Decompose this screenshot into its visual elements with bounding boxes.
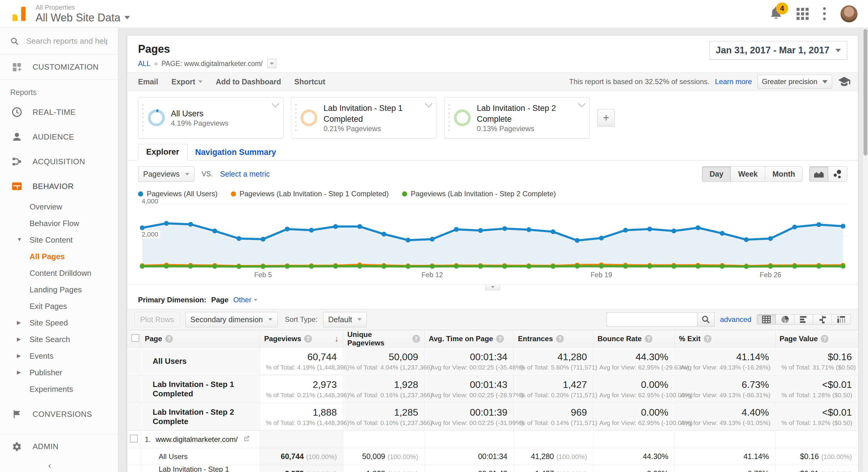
sidebar-item-behavior-flow[interactable]: Behavior Flow [0, 215, 118, 232]
column-header-content[interactable]: Pageviews?↓ [264, 334, 339, 344]
column-header-content[interactable]: Page Value? [780, 335, 854, 343]
sidebar-item-customization[interactable]: CUSTOMIZATION [0, 55, 118, 80]
sidebar-item-landing-pages[interactable]: Landing Pages [0, 282, 118, 298]
table-view-button[interactable] [757, 315, 776, 324]
breadcrumb-all-link[interactable]: ALL [138, 60, 150, 68]
sort-descending-icon[interactable]: ↓ [335, 334, 339, 344]
date-range-selector[interactable]: Jan 31, 2017 - Mar 1, 2017 [710, 41, 847, 60]
search-input[interactable] [26, 36, 107, 46]
sidebar-item-publisher[interactable]: ▶Publisher [0, 365, 118, 381]
sidebar-item-conversions[interactable]: CONVERSIONS [0, 402, 118, 427]
sidebar-search[interactable] [0, 28, 118, 55]
sidebar-item-events[interactable]: ▶Events [0, 348, 118, 365]
help-icon[interactable]: ? [496, 335, 504, 343]
precision-selector[interactable]: Greater precision [757, 75, 832, 89]
segment-card-1[interactable]: Lab Invitation - Step 1 Completed0.21% P… [291, 97, 436, 139]
sidebar-item-exit-pages[interactable]: Exit Pages [0, 298, 118, 315]
line-chart-button[interactable] [809, 167, 828, 182]
google-analytics-logo-icon[interactable] [10, 5, 28, 23]
plot-rows-button[interactable]: Plot Rows [134, 312, 180, 327]
table-search-input[interactable] [607, 312, 697, 327]
granularity-week-button[interactable]: Week [731, 167, 765, 182]
add-segment-button[interactable]: + [597, 109, 615, 127]
more-menu-icon[interactable] [823, 7, 826, 20]
export-button[interactable]: Export [172, 77, 203, 86]
expand-closed-icon[interactable]: ▶ [17, 353, 21, 359]
header-checkbox[interactable] [131, 334, 139, 342]
motion-chart-button[interactable] [828, 167, 847, 182]
window-scrollbar[interactable] [863, 28, 868, 472]
summary-metric-cell: $0.16% of Total: 31.71% ($0.50) [775, 348, 858, 375]
email-button[interactable]: Email [138, 77, 158, 86]
metric-value: <$0.01 [796, 469, 819, 472]
chevron-down-icon[interactable] [272, 100, 279, 107]
help-icon[interactable]: ? [412, 335, 420, 343]
pivot-view-button[interactable] [832, 315, 850, 324]
help-icon[interactable]: ? [304, 335, 312, 343]
drag-handle-icon[interactable] [294, 103, 298, 133]
tab-explorer[interactable]: Explorer [138, 144, 187, 160]
chart-collapse-button[interactable] [486, 284, 500, 290]
property-switcher[interactable]: All Properties All Web Site Data [36, 4, 130, 24]
sidebar-item-content-drilldown[interactable]: Content Drilldown [0, 265, 118, 282]
sidebar-item-site-speed[interactable]: ▶Site Speed [0, 315, 118, 331]
expand-closed-icon[interactable]: ▶ [17, 336, 21, 342]
metric-select[interactable]: Pageviews [138, 166, 194, 182]
secondary-dimension-select[interactable]: Secondary dimension [185, 312, 278, 327]
sidebar-item-realtime[interactable]: REAL-TIME [0, 100, 118, 124]
row-checkbox[interactable] [130, 435, 138, 442]
metric-subtext: % of Total: 5.80% (711,571) [520, 363, 587, 372]
segment-card-0[interactable]: All Users4.19% Pageviews [138, 97, 283, 139]
help-icon[interactable]: ? [645, 335, 652, 343]
column-header-content[interactable]: Entrances? [518, 335, 589, 343]
segment-card-2[interactable]: Lab Invitation - Step 2 Complete0.13% Pa… [444, 97, 590, 139]
granularity-month-button[interactable]: Month [765, 167, 802, 182]
notifications-button[interactable]: 4 [770, 7, 782, 21]
breadcrumb-dropdown-button[interactable] [267, 59, 276, 68]
page-url-link[interactable]: www.digitalmarketer.com/ [156, 435, 238, 444]
sidebar-item-admin[interactable]: ADMIN [0, 434, 118, 459]
graduation-cap-icon[interactable] [838, 76, 851, 88]
column-header-content[interactable]: Unique Pageviews? [347, 331, 420, 347]
sidebar-item-overview[interactable]: Overview [0, 199, 118, 215]
primary-dimension-other[interactable]: Other [233, 296, 257, 304]
percentage-view-button[interactable] [776, 315, 795, 324]
drag-handle-icon[interactable] [141, 103, 145, 133]
drag-handle-icon[interactable] [447, 103, 451, 133]
sidebar-item-audience[interactable]: AUDIENCE [0, 124, 118, 149]
sidebar-item-site-search[interactable]: ▶Site Search [0, 331, 118, 348]
help-icon[interactable]: ? [821, 335, 829, 343]
granularity-day-button[interactable]: Day [702, 167, 731, 182]
add-to-dashboard-button[interactable]: Add to Dashboard [216, 77, 281, 86]
column-header-content[interactable]: % Exit? [679, 335, 771, 343]
comparison-view-button[interactable] [813, 315, 832, 324]
tab-navigation-summary[interactable]: Navigation Summary [187, 145, 284, 160]
column-header-content[interactable]: Page? [145, 335, 255, 343]
external-link-icon[interactable] [243, 435, 250, 444]
scrollbar-thumb[interactable] [864, 29, 867, 156]
user-avatar[interactable] [840, 5, 858, 23]
apps-grid-icon[interactable] [797, 8, 809, 20]
sidebar-item-all-pages[interactable]: All Pages [0, 248, 118, 265]
table-search-button[interactable] [697, 312, 715, 327]
primary-dimension-page[interactable]: Page [211, 296, 228, 304]
sidebar-item-experiments[interactable]: Experiments [0, 381, 118, 398]
performance-view-button[interactable] [795, 315, 813, 324]
select-a-metric-link[interactable]: Select a metric [220, 170, 270, 179]
sidebar-item-site-content[interactable]: ▼Site Content [0, 232, 118, 248]
sidebar-item-behavior[interactable]: BEHAVIOR [0, 174, 118, 199]
learn-more-link[interactable]: Learn more [715, 77, 752, 86]
sort-type-select[interactable]: Default [323, 312, 367, 327]
column-header-content[interactable]: Avg. Time on Page? [429, 335, 509, 343]
sidebar-item-acquisition[interactable]: ACQUISITION [0, 149, 118, 174]
sidebar-collapse-button[interactable]: ‹ [0, 459, 118, 472]
expand-open-icon[interactable]: ▼ [17, 237, 22, 243]
expand-closed-icon[interactable]: ▶ [17, 369, 21, 376]
help-icon[interactable]: ? [704, 335, 712, 343]
advanced-link[interactable]: advanced [720, 315, 751, 324]
column-header-content[interactable]: Bounce Rate? [598, 335, 670, 343]
expand-closed-icon[interactable]: ▶ [17, 319, 21, 326]
help-icon[interactable]: ? [556, 335, 564, 343]
help-icon[interactable]: ? [165, 335, 173, 343]
shortcut-button[interactable]: Shortcut [294, 77, 326, 86]
